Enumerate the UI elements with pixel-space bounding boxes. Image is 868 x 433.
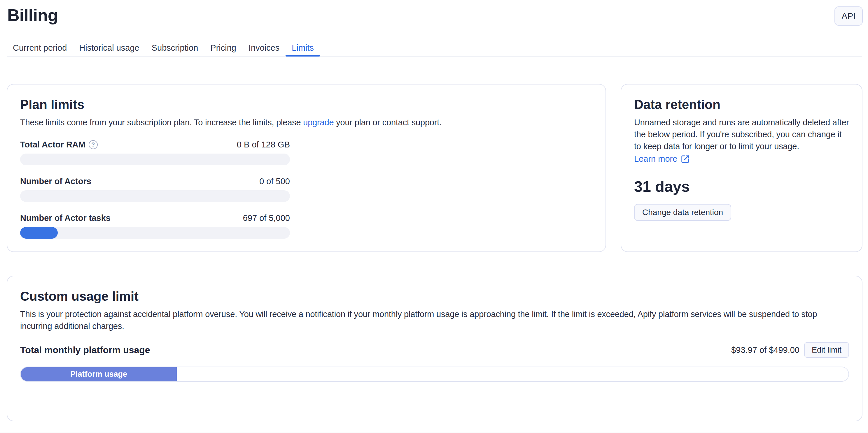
limit-label-actor-ram: Total Actor RAM ? (20, 139, 98, 150)
usage-progress-track: Platform usage (20, 367, 849, 382)
limit-label-actor-tasks: Number of Actor tasks (20, 213, 111, 223)
limit-value-actor-tasks: 697 of 5,000 (243, 213, 290, 223)
data-retention-title: Data retention (634, 97, 849, 112)
learn-more-link[interactable]: Learn more (634, 153, 689, 165)
page-title: Billing (7, 6, 58, 25)
tab-pricing[interactable]: Pricing (204, 40, 242, 56)
usage-progress-label: Platform usage (70, 370, 127, 379)
limit-label-actors: Number of Actors (20, 176, 91, 187)
data-retention-card: Data retention Unnamed storage and runs … (621, 84, 863, 252)
tab-invoices[interactable]: Invoices (242, 40, 285, 56)
plan-limits-description: These limits come from your subscription… (20, 116, 593, 129)
external-link-icon (681, 155, 689, 163)
edit-limit-button[interactable]: Edit limit (804, 342, 849, 358)
limit-label-text: Number of Actors (20, 176, 91, 187)
usage-progress-fill: Platform usage (21, 367, 177, 381)
custom-usage-limit-card: Custom usage limit This is your protecti… (7, 276, 863, 421)
retention-period-value: 31 days (634, 178, 849, 195)
progress-track-actor-tasks (20, 227, 290, 239)
usage-limit-value: $93.97 of $499.00 (731, 345, 800, 355)
plan-limits-description-suffix: your plan or contact support. (334, 118, 442, 127)
plan-limits-card: Plan limits These limits come from your … (7, 84, 606, 252)
limit-row-actor-tasks: Number of Actor tasks 697 of 5,000 (20, 213, 290, 239)
limit-row-actors: Number of Actors 0 of 500 (20, 176, 290, 202)
upgrade-link[interactable]: upgrade (303, 118, 334, 127)
data-retention-description: Unnamed storage and runs are automatical… (634, 116, 849, 153)
plan-limits-description-prefix: These limits come from your subscription… (20, 118, 303, 127)
limit-row-actor-ram: Total Actor RAM ? 0 B of 128 GB (20, 139, 290, 165)
tab-subscription[interactable]: Subscription (146, 40, 205, 56)
limit-label-text: Total Actor RAM (20, 139, 86, 150)
usage-limit-label: Total monthly platform usage (20, 345, 150, 356)
custom-usage-limit-title: Custom usage limit (20, 289, 849, 304)
progress-track-actor-ram (20, 154, 290, 165)
plan-limits-title: Plan limits (20, 97, 593, 112)
help-icon[interactable]: ? (89, 140, 98, 149)
progress-track-actors (20, 190, 290, 202)
change-data-retention-button[interactable]: Change data retention (634, 204, 731, 221)
tab-current-period[interactable]: Current period (7, 40, 73, 56)
learn-more-label: Learn more (634, 153, 677, 165)
api-button[interactable]: API (834, 6, 863, 26)
page-bottom-divider (0, 432, 868, 432)
plan-limits-rows: Total Actor RAM ? 0 B of 128 GB Number o… (20, 139, 290, 239)
tab-historical-usage[interactable]: Historical usage (73, 40, 145, 56)
usage-limit-row: Total monthly platform usage $93.97 of $… (20, 342, 849, 358)
billing-tabs: Current period Historical usage Subscrip… (7, 40, 862, 57)
custom-usage-limit-description: This is your protection against accident… (20, 308, 849, 332)
tab-limits[interactable]: Limits (285, 40, 320, 56)
limit-label-text: Number of Actor tasks (20, 213, 111, 223)
limit-value-actor-ram: 0 B of 128 GB (237, 139, 290, 150)
progress-fill-actor-tasks (20, 227, 58, 239)
limit-value-actors: 0 of 500 (259, 176, 290, 187)
